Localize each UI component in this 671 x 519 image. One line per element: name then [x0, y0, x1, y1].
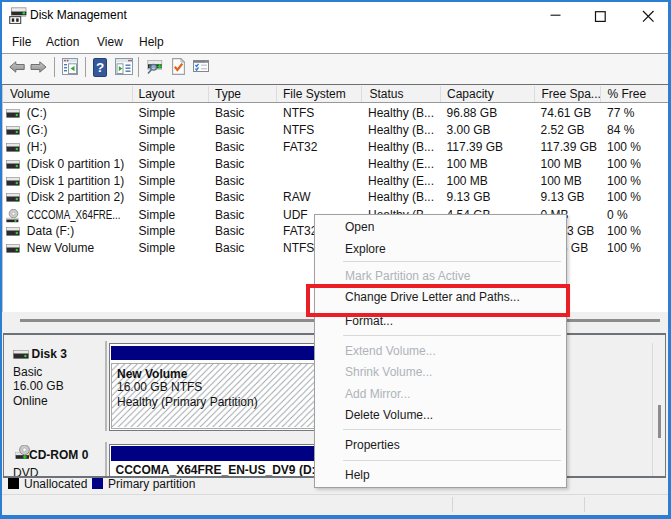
- svg-text:?: ?: [96, 60, 104, 75]
